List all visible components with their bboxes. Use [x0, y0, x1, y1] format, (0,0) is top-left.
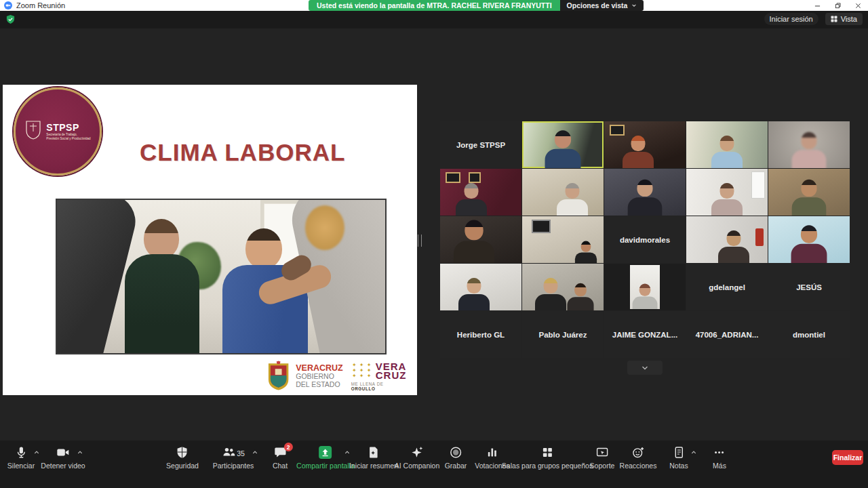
view-options-button[interactable]: Opciones de vista [560, 0, 644, 11]
view-layout-button[interactable]: Vista [825, 13, 863, 25]
breakout-grid-icon [540, 446, 553, 459]
participant-tile[interactable]: Jorge STPSP [440, 121, 521, 168]
participant-video[interactable] [768, 216, 850, 263]
end-meeting-button[interactable]: Finalizar [832, 450, 863, 465]
more-participants-button[interactable] [627, 361, 663, 375]
participant-tile[interactable]: dmontiel [768, 311, 850, 358]
mute-options-caret[interactable] [34, 449, 40, 455]
close-icon[interactable] [848, 0, 868, 11]
mute-button[interactable]: Silenciar [7, 446, 35, 470]
participant-video[interactable] [686, 121, 768, 168]
video-camera-icon [57, 446, 70, 459]
participant-video[interactable] [440, 216, 521, 263]
video-options-caret[interactable] [77, 449, 83, 455]
share-screen-icon [319, 446, 332, 459]
meeting-header: Iniciar sesión Vista [0, 11, 868, 28]
breakout-rooms-button[interactable]: Salas para grupos pequeños [502, 446, 593, 470]
participant-video[interactable] [768, 121, 850, 168]
participant-video[interactable] [686, 169, 768, 216]
participant-grid: Jorge STPSP davidmorales gdelangel JESÚS… [440, 121, 850, 358]
participant-tile[interactable]: gdelangel [686, 264, 768, 310]
participant-video[interactable] [768, 169, 850, 216]
shield-icon [176, 446, 189, 459]
participant-video-active-speaker[interactable] [522, 121, 604, 168]
participants-button[interactable]: 35 Participantes [213, 446, 254, 470]
chevron-down-icon [631, 3, 637, 8]
slide-photo [56, 199, 387, 354]
participant-tile[interactable]: JAIME GONZAL... [604, 311, 686, 358]
veracruz-crest-icon [266, 361, 291, 392]
ellipsis-icon [713, 446, 726, 459]
shared-screen-slide: STPSP Secretaría de Trabajo, Previsión S… [3, 85, 417, 395]
chat-button[interactable]: 2 Chat [273, 446, 288, 470]
screen-share-banner: Usted está viendo la pantalla de MTRA. R… [309, 0, 560, 11]
smiley-plus-icon [632, 446, 645, 459]
reactions-button[interactable]: Reacciones [620, 446, 657, 470]
poll-bars-icon [486, 446, 499, 459]
maximize-icon[interactable] [827, 0, 848, 11]
ai-sparkle-icon [410, 446, 423, 459]
meeting-info-shield-icon[interactable] [5, 14, 16, 24]
start-summary-button[interactable]: Iniciar resumen [349, 446, 398, 470]
participant-video[interactable] [686, 216, 768, 263]
veracruz-orgullo-logo: ✦ ✦ ✦✦ ✦ ✦✦ ✦ ✦ VERA CRUZ ME LLENA DE OR… [351, 362, 408, 391]
participant-person [544, 130, 581, 168]
participant-video[interactable] [604, 169, 686, 216]
gold-pattern-icon: ✦ ✦ ✦✦ ✦ ✦✦ ✦ ✦ [351, 363, 373, 379]
participant-video-portrait[interactable] [604, 264, 686, 310]
support-screen-icon [596, 446, 609, 459]
participant-video[interactable] [522, 216, 604, 263]
participant-tile[interactable]: Heriberto GL [440, 311, 521, 358]
ai-companion-button[interactable]: AI Companion [395, 446, 440, 470]
grid-view-icon [831, 16, 837, 22]
participant-video[interactable] [522, 169, 604, 216]
slide-footer-logos: VERACRUZ GOBIERNO DEL ESTADO ✦ ✦ ✦✦ ✦ ✦✦… [266, 359, 408, 393]
participant-tile[interactable]: davidmorales [604, 216, 686, 263]
participant-tile[interactable]: JESÚS [768, 264, 850, 310]
participant-tile[interactable]: Pablo Juárez [522, 311, 604, 358]
chat-badge: 2 [284, 443, 293, 451]
participant-video[interactable] [440, 264, 521, 310]
participant-video[interactable] [604, 121, 686, 168]
notes-icon [673, 446, 686, 459]
record-circle-icon [450, 446, 462, 459]
participants-icon [222, 446, 235, 459]
support-button[interactable]: Soporte [590, 446, 615, 470]
slide-title: CLIMA LABORAL [3, 139, 417, 166]
panel-resize-handle[interactable] [418, 235, 422, 247]
zoom-meeting-window: Zoom Reunión Usted está viendo la pantal… [0, 0, 868, 488]
veracruz-wordmark: VERACRUZ [296, 364, 342, 372]
microphone-icon [15, 446, 28, 459]
minimize-icon[interactable] [807, 0, 827, 11]
sign-in-button[interactable]: Iniciar sesión [764, 13, 818, 25]
participants-options-caret[interactable] [252, 449, 258, 455]
meeting-toolbar: Silenciar Detener video Seguridad 35 Par… [0, 441, 868, 488]
zoom-app-icon [4, 1, 12, 9]
window-title: Zoom Reunión [16, 1, 65, 10]
record-button[interactable]: Grabar [445, 446, 467, 470]
participants-count: 35 [237, 449, 245, 458]
notes-options-caret[interactable] [691, 449, 697, 455]
participant-video[interactable] [522, 264, 604, 310]
view-options-label: Opciones de vista [567, 1, 628, 9]
more-button[interactable]: Más [713, 446, 726, 470]
participant-video[interactable] [440, 169, 521, 216]
chevron-down-icon [641, 364, 649, 372]
participant-tile[interactable]: 47006_ADRIAN... [686, 311, 768, 358]
notes-button[interactable]: Notas [669, 446, 688, 470]
view-layout-label: Vista [841, 15, 857, 23]
summary-doc-icon [368, 446, 380, 459]
stpsp-acronym: STPSP [46, 122, 90, 133]
security-button[interactable]: Seguridad [166, 446, 199, 470]
